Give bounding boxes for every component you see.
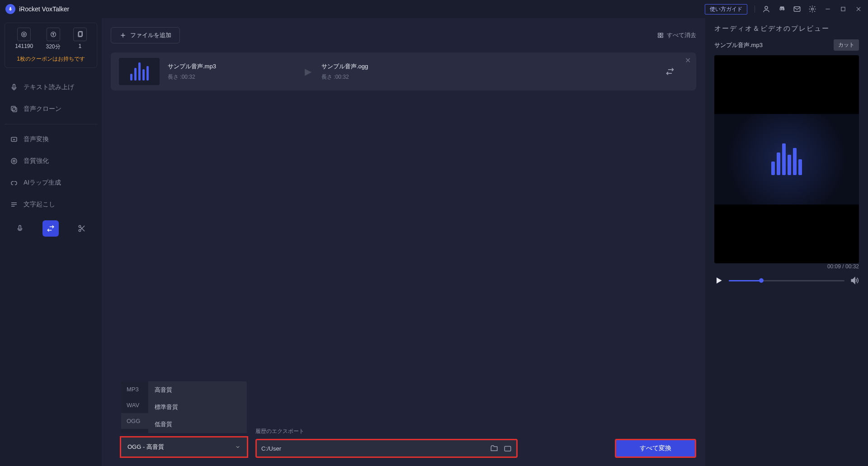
svg-point-7 (23, 33, 25, 35)
volume-icon[interactable] (850, 276, 859, 285)
minimize-icon[interactable] (824, 5, 832, 13)
open-folder-icon[interactable] (504, 444, 512, 452)
svg-rect-14 (11, 106, 15, 110)
stat-credits-value: 1 (78, 43, 81, 49)
svg-point-2 (811, 8, 814, 10)
nav-enhance[interactable]: 音質強化 (5, 151, 97, 171)
user-icon[interactable] (762, 5, 770, 13)
file-source-info: サンプル音声.mp3 長さ :00:32 (168, 62, 294, 81)
export-label: 履歴のエクスポート (255, 428, 518, 435)
preview-waveform (714, 114, 859, 204)
add-file-button[interactable]: ファイルを追加 (111, 27, 180, 43)
format-dropdown[interactable]: MP3 WAV OGG 高音質 標準音質 低音質 OGG - 高音質 (120, 436, 248, 458)
app-logo-wrap: iRocket VoxTalker (5, 4, 69, 14)
tool-row (5, 220, 97, 237)
file-card[interactable]: ✕ サンプル音声.mp3 長さ :00:32 ▶ サンプル音声.ogg 長さ :… (111, 52, 696, 90)
stat-minutes[interactable]: T 320分 (46, 28, 60, 51)
format-option-ogg[interactable]: OGG (121, 413, 148, 429)
convert-all-button[interactable]: すべて変換 (615, 439, 696, 458)
content-area: ファイルを追加 すべて消去 ✕ サンプル音声.mp3 長さ :00:32 (102, 18, 705, 466)
progress-bar[interactable] (729, 280, 844, 281)
rap-icon (10, 179, 18, 187)
nav-transcribe[interactable]: 文字起こし (5, 194, 97, 215)
play-button[interactable] (714, 276, 723, 285)
quality-option-high[interactable]: 高音質 (148, 381, 247, 399)
quality-option-low[interactable]: 低音質 (148, 416, 247, 433)
svg-rect-4 (841, 7, 845, 11)
nav-divider (5, 124, 97, 124)
credits-icon (73, 28, 87, 41)
nav-rap[interactable]: AIラップ生成 (5, 172, 97, 193)
svg-point-21 (79, 229, 81, 232)
svg-text:T: T (52, 33, 54, 36)
nav: テキスト読み上げ 音声クローン 音声変換 音質強化 AIラップ生成 文字起こ (5, 77, 97, 215)
nav-clone[interactable]: 音声クローン (5, 99, 97, 119)
svg-rect-19 (19, 225, 21, 229)
swap-icon[interactable] (665, 67, 675, 76)
words-icon (17, 28, 31, 41)
browse-folder-icon[interactable] (490, 444, 498, 452)
file-dest-info: サンプル音声.ogg 長さ :00:32 (321, 62, 448, 81)
app-logo-icon (5, 4, 15, 14)
settings-icon[interactable] (808, 5, 816, 13)
format-option-wav[interactable]: WAV (121, 397, 148, 413)
preview-video[interactable] (714, 55, 859, 263)
stat-words-value: 141190 (15, 43, 33, 49)
cut-button[interactable]: カット (834, 39, 859, 51)
svg-rect-15 (13, 108, 17, 112)
arrow-right-icon: ▶ (294, 66, 321, 77)
clear-all-button[interactable]: すべて消去 (657, 31, 696, 39)
nav-tts[interactable]: テキスト読み上げ (5, 77, 97, 98)
add-file-label: ファイルを追加 (130, 31, 171, 39)
preview-panel: オーディオ＆ビデオのプレビュー サンプル音声.mp3 カット 00:09 / 0… (705, 18, 868, 466)
main-layout: 141190 T 320分 1 1枚のクーポンはお持ちです テキスト読み上げ (0, 18, 868, 466)
minutes-icon: T (47, 28, 60, 41)
stat-words[interactable]: 141190 (15, 28, 33, 51)
tool-cut[interactable] (74, 220, 90, 237)
mail-icon[interactable] (793, 5, 801, 13)
svg-rect-28 (658, 36, 660, 37)
content-top: ファイルを追加 すべて消去 (111, 27, 705, 43)
quality-column: 高音質 標準音質 低音質 (148, 381, 247, 433)
app-title: iRocket VoxTalker (19, 5, 69, 13)
preview-filename: サンプル音声.mp3 (714, 41, 763, 49)
nav-tts-label: テキスト読み上げ (24, 83, 74, 91)
file-remove-icon[interactable]: ✕ (685, 56, 691, 65)
stats-box: 141190 T 320分 1 1枚のクーポンはお持ちです (5, 23, 97, 68)
waveform-large-icon (771, 143, 802, 175)
format-column: MP3 WAV OGG (121, 381, 148, 433)
nav-convert[interactable]: 音声変換 (5, 129, 97, 150)
format-selected-label: OGG - 高音質 (127, 443, 164, 451)
format-option-mp3[interactable]: MP3 (121, 381, 148, 397)
progress-fill (729, 280, 761, 281)
discord-icon[interactable] (778, 5, 786, 13)
tool-convert-active[interactable] (42, 220, 59, 237)
maximize-icon[interactable] (839, 5, 847, 13)
file-dest-name: サンプル音声.ogg (321, 62, 448, 71)
preview-title: オーディオ＆ビデオのプレビュー (714, 24, 859, 33)
nav-rap-label: AIラップ生成 (24, 179, 61, 187)
preview-time: 00:09 / 00:32 (827, 263, 859, 270)
clone-icon (10, 105, 18, 113)
nav-transcribe-label: 文字起こし (24, 200, 55, 209)
tool-mic[interactable] (12, 220, 28, 237)
coupon-text: 1枚のクーポンはお持ちです (9, 55, 93, 63)
export-path-input[interactable] (261, 445, 490, 452)
quality-option-std[interactable]: 標準音質 (148, 399, 247, 416)
format-selected[interactable]: OGG - 高音質 (121, 437, 247, 456)
file-source-duration: 長さ :00:32 (168, 73, 294, 81)
nav-enhance-label: 音質強化 (24, 157, 49, 165)
svg-rect-26 (658, 33, 660, 34)
convert-all-label: すべて変換 (640, 444, 671, 452)
close-icon[interactable] (854, 5, 863, 13)
convert-icon (10, 135, 18, 143)
svg-rect-13 (13, 84, 15, 88)
preview-controls (714, 276, 859, 285)
progress-knob[interactable] (759, 278, 764, 283)
guide-button[interactable]: 使い方ガイド (705, 4, 747, 14)
tts-icon (10, 83, 18, 91)
nav-convert-label: 音声変換 (24, 135, 49, 143)
transcribe-icon (10, 200, 18, 209)
stat-credits[interactable]: 1 (73, 28, 87, 51)
plus-icon (119, 32, 127, 39)
